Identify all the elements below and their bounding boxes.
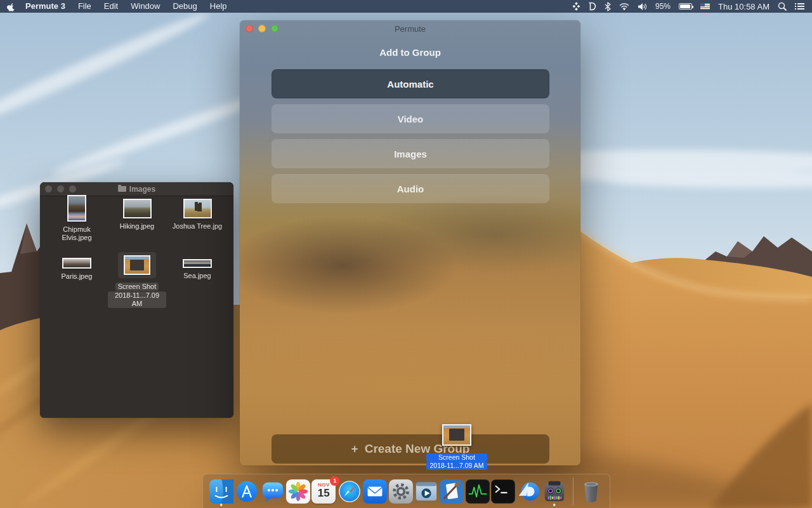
dock-item-finder[interactable] (209, 476, 233, 507)
dash-icon (517, 479, 541, 504)
create-new-group-button[interactable]: + Create New Group (272, 434, 549, 464)
running-indicator (553, 504, 556, 506)
file-name: Chipmuk Elvis.jpeg (62, 225, 91, 242)
file-screen-shot-selected[interactable]: Screen Shot 2018-11...7.09 AM (108, 252, 166, 308)
group-button-audio[interactable]: Audio (272, 174, 549, 203)
dock-item-safari[interactable] (337, 476, 362, 507)
battery-percent: 95% (655, 2, 671, 11)
group-button-automatic[interactable]: Automatic (272, 69, 549, 98)
menu-bar: Permute 3 File Edit Window Debug Help 9 (0, 0, 812, 13)
finder-titlebar[interactable]: Images (40, 182, 233, 196)
dock-item-app-store[interactable] (234, 476, 259, 507)
trash-icon (579, 479, 603, 504)
safari-icon (337, 479, 362, 504)
dock-item-photos[interactable] (285, 476, 310, 507)
dock-item-calendar[interactable]: NOV 15 1 (311, 476, 336, 507)
desktop: Permute 3 File Edit Window Debug Help 9 (0, 0, 812, 508)
wifi-icon[interactable] (619, 3, 629, 10)
dock-item-system-preferences[interactable] (388, 476, 413, 507)
quicktime-player-icon (414, 479, 438, 504)
menu-edit[interactable]: Edit (98, 0, 124, 13)
file-name: Joshua Tree.jpg (173, 222, 222, 231)
permute-window: Permute Add to Group Automatic Video Ima… (240, 20, 580, 465)
duet-d-icon[interactable] (589, 2, 596, 11)
spotlight-icon[interactable] (778, 2, 787, 11)
battery-icon[interactable] (679, 3, 692, 10)
bluetooth-icon[interactable] (605, 2, 611, 11)
folder-icon (118, 186, 126, 192)
plus-icon: + (351, 442, 358, 456)
file-hiking[interactable]: Hiking.jpeg (108, 199, 166, 231)
group-button-video[interactable]: Video (272, 104, 549, 133)
app-store-icon (235, 479, 259, 504)
messages-icon (261, 479, 285, 504)
dock-item-activity-monitor[interactable] (465, 476, 490, 507)
terminal-icon (491, 479, 515, 504)
dock-item-messages[interactable] (260, 476, 285, 507)
running-indicator (220, 504, 223, 506)
dock-item-mail[interactable] (362, 476, 387, 507)
file-joshua-tree[interactable]: Joshua Tree.jpg (168, 199, 226, 231)
file-name: Sea.jpeg (183, 272, 211, 280)
xcode-icon (440, 479, 464, 504)
file-chipmuk-elvis[interactable]: Chipmuk Elvis.jpeg (48, 195, 106, 242)
image-thumbnail (183, 199, 212, 218)
file-name: Screen Shot 2018-11...7.09 AM (108, 282, 166, 308)
calendar-icon: NOV 15 1 (311, 479, 336, 504)
dock-item-dash[interactable] (516, 476, 541, 507)
dock-item-quicktime-player[interactable] (414, 476, 438, 507)
menu-file[interactable]: File (72, 0, 98, 13)
add-to-group-heading: Add to Group (240, 47, 580, 58)
file-paris[interactable]: Paris.jpeg (48, 258, 106, 281)
system-preferences-icon (389, 479, 413, 504)
finder-window-images: Images Chipmuk Elvis.jpeg Hiking.jpeg Jo… (40, 182, 233, 418)
dock-separator (573, 478, 573, 505)
file-name: Paris.jpeg (62, 272, 93, 281)
diamonds-icon[interactable] (572, 2, 580, 11)
image-thumbnail (124, 255, 150, 275)
dock-item-terminal[interactable] (490, 476, 515, 507)
menu-debug[interactable]: Debug (166, 0, 203, 13)
menu-help[interactable]: Help (204, 0, 233, 13)
us-flag-icon[interactable] (700, 3, 710, 10)
dock: NOV 15 1 (202, 474, 610, 508)
image-thumbnail (62, 258, 91, 269)
volume-icon[interactable] (638, 3, 647, 11)
dock-item-permute[interactable] (542, 476, 566, 507)
mail-icon (363, 479, 387, 504)
image-thumbnail (123, 199, 152, 218)
apple-icon (7, 2, 15, 11)
permute-window-title: Permute (240, 24, 580, 34)
app-menu[interactable]: Permute 3 (22, 0, 72, 13)
file-name: Hiking.jpeg (120, 222, 154, 231)
notification-center-icon[interactable] (795, 3, 804, 10)
image-thumbnail (67, 195, 86, 222)
menu-clock[interactable]: Thu 10:58 AM (718, 2, 769, 11)
finder-icon (209, 479, 233, 504)
image-thumbnail (183, 259, 212, 268)
menu-window[interactable]: Window (124, 0, 166, 13)
apple-menu[interactable] (0, 2, 22, 11)
permute-icon (542, 479, 566, 504)
dock-item-xcode[interactable] (440, 476, 464, 507)
group-button-images[interactable]: Images (272, 139, 549, 168)
finder-window-title: Images (40, 185, 233, 194)
dock-item-trash[interactable] (579, 476, 604, 507)
file-sea[interactable]: Sea.jpeg (168, 259, 226, 280)
activity-monitor-icon (466, 479, 490, 504)
photos-icon (286, 479, 310, 504)
